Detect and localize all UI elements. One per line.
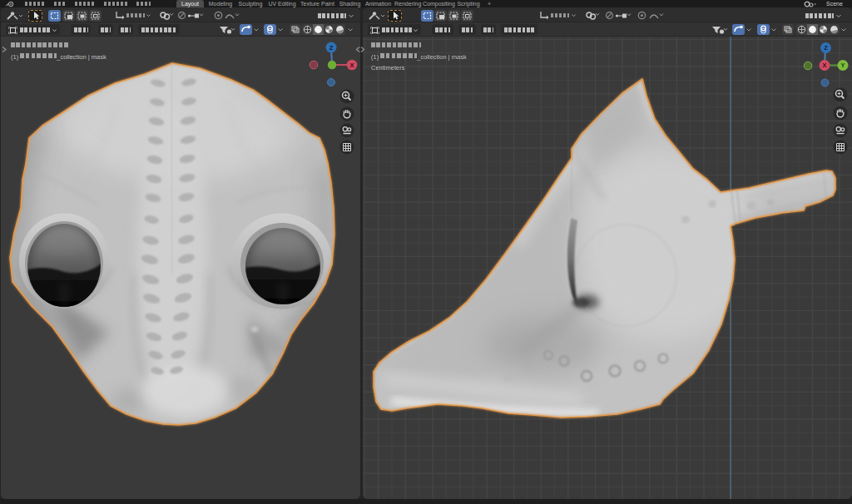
svg-text:X: X [349, 62, 354, 69]
svg-text:Y: Y [840, 62, 845, 69]
svg-text:Z: Z [824, 44, 828, 52]
svg-text:Z: Z [329, 44, 334, 52]
svg-text:X: X [822, 62, 826, 69]
